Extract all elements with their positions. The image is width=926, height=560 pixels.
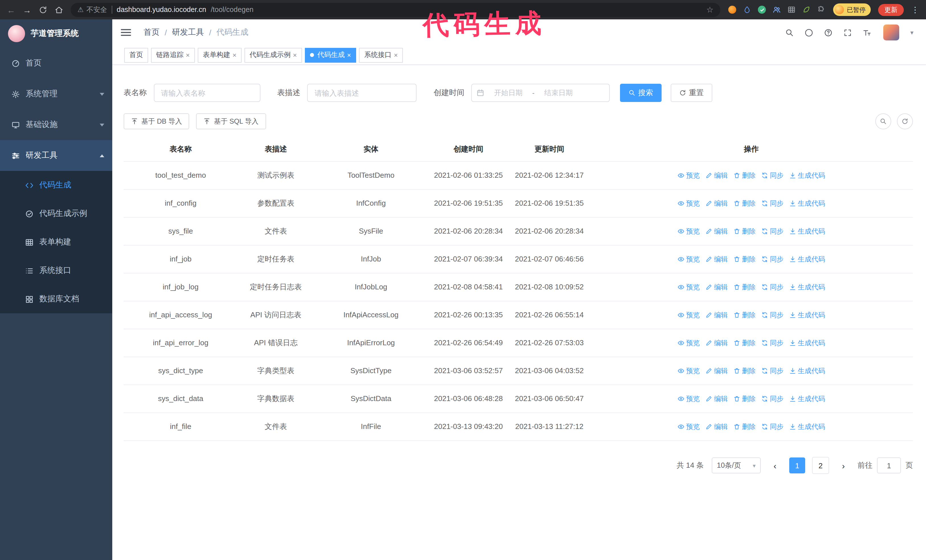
- sync-link[interactable]: 同步: [761, 309, 784, 321]
- search-button[interactable]: 搜索: [620, 84, 661, 102]
- edit-link[interactable]: 编辑: [705, 393, 728, 405]
- sync-link[interactable]: 同步: [761, 365, 784, 377]
- edit-link[interactable]: 编辑: [705, 226, 728, 237]
- edit-link[interactable]: 编辑: [705, 198, 728, 209]
- sidebar-item-codegen-example[interactable]: 代码生成示例: [0, 199, 112, 228]
- date-end-input[interactable]: [536, 88, 581, 97]
- sync-link[interactable]: 同步: [761, 421, 784, 432]
- breadcrumb-dev-tools[interactable]: 研发工具: [172, 27, 204, 38]
- generate-code-link[interactable]: 生成代码: [789, 309, 825, 321]
- edit-link[interactable]: 编辑: [705, 170, 728, 181]
- preview-link[interactable]: 预览: [678, 170, 700, 181]
- extensions-puzzle-icon[interactable]: [817, 5, 826, 14]
- bookmark-star-icon[interactable]: ☆: [706, 5, 713, 14]
- edit-link[interactable]: 编辑: [705, 254, 728, 265]
- user-menu-caret-icon[interactable]: ▾: [910, 29, 914, 36]
- preview-link[interactable]: 预览: [678, 393, 700, 405]
- tab-home[interactable]: 首页: [124, 48, 148, 62]
- sync-link[interactable]: 同步: [761, 281, 784, 293]
- generate-code-link[interactable]: 生成代码: [789, 198, 825, 209]
- close-icon[interactable]: ×: [347, 51, 351, 59]
- edit-link[interactable]: 编辑: [705, 337, 728, 349]
- browser-menu-icon[interactable]: ⋮: [911, 5, 919, 14]
- delete-link[interactable]: 删除: [733, 226, 756, 237]
- browser-update-button[interactable]: 更新: [878, 4, 904, 16]
- font-size-icon[interactable]: [863, 28, 872, 37]
- delete-link[interactable]: 删除: [733, 198, 756, 209]
- browser-back-icon[interactable]: ←: [7, 5, 15, 14]
- tab-form-builder[interactable]: 表单构建 ×: [198, 48, 242, 62]
- generate-code-link[interactable]: 生成代码: [789, 337, 825, 349]
- search-icon[interactable]: [785, 28, 794, 37]
- import-db-button[interactable]: 基于 DB 导入: [124, 113, 189, 129]
- delete-link[interactable]: 删除: [733, 421, 756, 432]
- edit-link[interactable]: 编辑: [705, 309, 728, 321]
- prev-page-button[interactable]: ‹: [767, 457, 782, 473]
- date-range-picker[interactable]: -: [471, 84, 610, 102]
- profile-paused-badge[interactable]: 已暂停: [833, 3, 871, 16]
- delete-link[interactable]: 删除: [733, 170, 756, 181]
- generate-code-link[interactable]: 生成代码: [789, 170, 825, 181]
- preview-link[interactable]: 预览: [678, 198, 700, 209]
- extension-translate-icon[interactable]: [787, 5, 796, 14]
- sidebar-item-dev-tools[interactable]: 研发工具: [0, 140, 112, 171]
- sidebar-item-db-doc[interactable]: 数据库文档: [0, 285, 112, 313]
- preview-link[interactable]: 预览: [678, 281, 700, 293]
- extension-leaf-icon[interactable]: [802, 5, 811, 14]
- preview-link[interactable]: 预览: [678, 309, 700, 321]
- sync-link[interactable]: 同步: [761, 226, 784, 237]
- tab-codegen-example[interactable]: 代码生成示例 ×: [244, 48, 302, 62]
- extension-fox-icon[interactable]: [728, 5, 737, 14]
- reset-button[interactable]: 重置: [671, 84, 712, 102]
- close-icon[interactable]: ×: [394, 51, 398, 59]
- extension-users-icon[interactable]: [772, 5, 781, 14]
- breadcrumb-home[interactable]: 首页: [144, 27, 160, 38]
- sync-link[interactable]: 同步: [761, 170, 784, 181]
- sync-link[interactable]: 同步: [761, 337, 784, 349]
- delete-link[interactable]: 删除: [733, 254, 756, 265]
- page-button-1[interactable]: 1: [789, 457, 805, 473]
- generate-code-link[interactable]: 生成代码: [789, 365, 825, 377]
- edit-link[interactable]: 编辑: [705, 421, 728, 432]
- toggle-search-button[interactable]: [875, 113, 891, 129]
- delete-link[interactable]: 删除: [733, 393, 756, 405]
- delete-link[interactable]: 删除: [733, 309, 756, 321]
- address-bar[interactable]: ⚠ 不安全 dashboard.yudao.iocoder.cn /tool/c…: [71, 3, 720, 17]
- page-button-2[interactable]: 2: [812, 457, 829, 474]
- generate-code-link[interactable]: 生成代码: [789, 254, 825, 265]
- import-sql-button[interactable]: 基于 SQL 导入: [196, 113, 266, 129]
- delete-link[interactable]: 删除: [733, 281, 756, 293]
- preview-link[interactable]: 预览: [678, 337, 700, 349]
- sync-link[interactable]: 同步: [761, 198, 784, 209]
- table-name-input[interactable]: [154, 84, 260, 102]
- sidebar-item-codegen[interactable]: 代码生成: [0, 171, 112, 199]
- close-icon[interactable]: ×: [293, 51, 297, 59]
- page-size-select[interactable]: 10条/页 ▾: [712, 457, 761, 473]
- edit-link[interactable]: 编辑: [705, 281, 728, 293]
- fullscreen-icon[interactable]: [844, 28, 852, 37]
- close-icon[interactable]: ×: [186, 51, 190, 59]
- github-icon[interactable]: [805, 28, 814, 37]
- goto-page-input[interactable]: [877, 457, 901, 473]
- tab-codegen[interactable]: 代码生成 ×: [305, 48, 356, 62]
- sync-link[interactable]: 同步: [761, 393, 784, 405]
- date-start-input[interactable]: [486, 88, 531, 97]
- hamburger-icon[interactable]: [121, 29, 131, 36]
- sidebar-item-system-api[interactable]: 系统接口: [0, 257, 112, 285]
- sidebar-item-infrastructure[interactable]: 基础设施: [0, 109, 112, 140]
- browser-refresh-icon[interactable]: [39, 5, 47, 14]
- generate-code-link[interactable]: 生成代码: [789, 281, 825, 293]
- preview-link[interactable]: 预览: [678, 365, 700, 377]
- generate-code-link[interactable]: 生成代码: [789, 393, 825, 405]
- close-icon[interactable]: ×: [233, 51, 236, 59]
- generate-code-link[interactable]: 生成代码: [789, 421, 825, 432]
- sync-link[interactable]: 同步: [761, 254, 784, 265]
- edit-link[interactable]: 编辑: [705, 365, 728, 377]
- logo[interactable]: 芋道管理系统: [0, 20, 112, 48]
- tab-tracing[interactable]: 链路追踪 ×: [151, 48, 195, 62]
- tab-system-api[interactable]: 系统接口 ×: [359, 48, 403, 62]
- help-icon[interactable]: [824, 28, 833, 37]
- browser-forward-icon[interactable]: →: [23, 5, 31, 14]
- browser-home-icon[interactable]: [55, 5, 63, 14]
- sidebar-item-home[interactable]: 首页: [0, 48, 112, 78]
